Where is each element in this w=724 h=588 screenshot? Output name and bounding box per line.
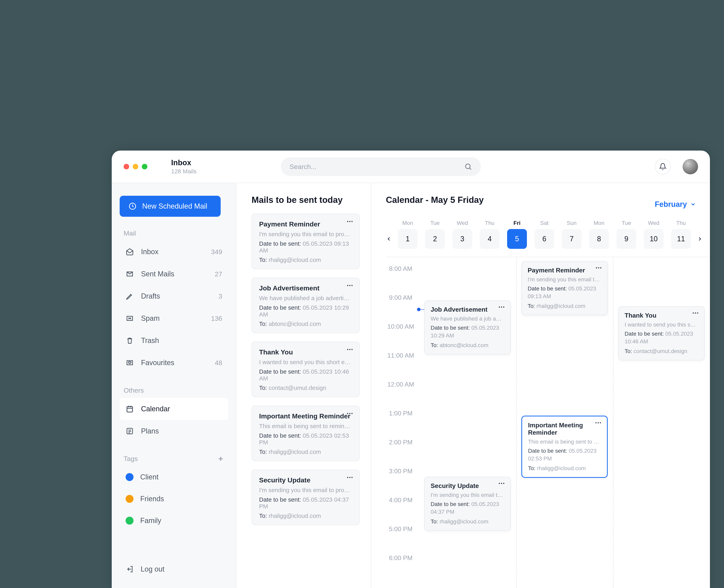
section-mail-label: Mail — [124, 229, 228, 237]
day-number[interactable]: 9 — [616, 229, 636, 249]
timeline: 8:00 AM9:00 AM10:00 AM11:00 AM12:00 AM1:… — [386, 257, 710, 588]
day-number[interactable]: 8 — [589, 229, 609, 249]
sidebar-item-inbox[interactable]: Inbox 349 — [120, 241, 228, 263]
day-of-week: Sat — [540, 220, 549, 226]
event-card-job-ad[interactable]: Job Advertisement We have published a jo… — [424, 300, 511, 354]
new-scheduled-mail-button[interactable]: New Scheduled Mail — [120, 196, 221, 217]
mail-card-title: Thank You — [259, 348, 352, 356]
event-date: Date to be sent: 05.05.2023 09:13 AM — [528, 285, 601, 300]
sidebar-item-plans[interactable]: Plans — [120, 420, 228, 442]
day-of-week: Tue — [430, 220, 440, 226]
more-icon[interactable] — [596, 266, 602, 270]
timeline-lane: Job Advertisement We have published a jo… — [420, 257, 516, 588]
next-week-button[interactable] — [697, 229, 703, 249]
event-body: This email is being sent to rem... — [528, 439, 601, 445]
chevron-down-icon — [690, 201, 696, 207]
sidebar-item-label: Inbox — [141, 248, 158, 256]
sidebar-item-spam[interactable]: Spam 136 — [120, 307, 228, 330]
day-number[interactable]: 2 — [425, 229, 445, 249]
event-to: To: abtonc@icloud.com — [431, 341, 504, 349]
page-title: Inbox — [171, 159, 196, 167]
day-cell[interactable]: Thu11 — [671, 220, 691, 249]
time-label: 4:00 PM — [386, 497, 416, 525]
day-cell[interactable]: Tue9 — [616, 220, 636, 249]
titlebar: Inbox 128 Mails — [112, 151, 710, 183]
day-number[interactable]: 11 — [671, 229, 691, 249]
mail-card[interactable]: Important Meeting ReminderThis email is … — [252, 405, 360, 461]
day-cell[interactable]: Fri5 — [507, 220, 527, 249]
notifications-button[interactable] — [655, 159, 671, 174]
more-icon[interactable] — [499, 305, 506, 309]
more-icon[interactable] — [347, 219, 354, 224]
topbar-right — [655, 159, 698, 174]
maximize-icon[interactable] — [142, 164, 147, 169]
more-icon[interactable] — [347, 412, 354, 416]
close-icon[interactable] — [124, 164, 129, 169]
day-of-week: Thu — [676, 220, 686, 226]
event-card-meeting[interactable]: Important Meeting Reminder This email is… — [521, 416, 608, 478]
more-icon[interactable] — [347, 476, 354, 479]
logout-button[interactable]: Log out — [120, 559, 228, 575]
time-label: 1:00 PM — [386, 410, 416, 439]
tag-label: Family — [140, 517, 161, 525]
page-subtitle: 128 Mails — [171, 168, 196, 175]
day-of-week: Wed — [648, 220, 659, 226]
sidebar-item-drafts[interactable]: Drafts 3 — [120, 285, 228, 307]
day-number[interactable]: 4 — [480, 229, 499, 249]
more-icon[interactable] — [595, 421, 602, 425]
mail-card-title: Job Advertisement — [259, 284, 352, 292]
mail-open-icon — [126, 248, 134, 256]
more-icon[interactable] — [347, 284, 354, 288]
day-cell[interactable]: Mon8 — [589, 220, 609, 249]
day-number[interactable]: 3 — [452, 229, 472, 249]
day-number[interactable]: 10 — [644, 229, 664, 249]
event-card-security[interactable]: Security Update I'm sending you this ema… — [424, 477, 511, 531]
tag-family[interactable]: Family — [120, 510, 228, 531]
search-input[interactable] — [290, 163, 464, 171]
app-window: Inbox 128 Mails New Scheduled Mail Mail … — [112, 151, 710, 588]
plans-icon — [126, 427, 134, 435]
day-cell[interactable]: Sat6 — [534, 220, 554, 249]
mail-card[interactable]: Payment ReminderI'm sending you this ema… — [252, 214, 360, 269]
day-cell[interactable]: Wed3 — [452, 220, 472, 249]
section-tags-label: Tags — [124, 455, 138, 463]
sidebar-item-count: 349 — [211, 248, 222, 256]
tag-client[interactable]: Client — [120, 466, 228, 488]
sidebar-item-label: Plans — [141, 427, 159, 435]
tag-friends[interactable]: Friends — [120, 488, 228, 510]
day-number[interactable]: 6 — [534, 229, 554, 249]
event-to: To: rhaligg@icloud.com — [528, 464, 601, 472]
sidebar-item-calendar[interactable]: Calendar — [120, 398, 228, 420]
event-card-payment[interactable]: Payment Reminder I'm sending you this em… — [521, 261, 608, 315]
more-icon[interactable] — [693, 311, 699, 315]
minimize-icon[interactable] — [133, 164, 138, 169]
day-cell[interactable]: Wed10 — [644, 220, 664, 249]
mail-card[interactable]: Security UpdateI'm sending you this emai… — [252, 469, 360, 525]
more-icon[interactable] — [347, 348, 354, 352]
day-number[interactable]: 7 — [562, 229, 581, 249]
event-title: Security Update — [431, 482, 504, 489]
search-bar[interactable] — [281, 157, 481, 176]
plus-icon[interactable] — [217, 455, 224, 462]
day-number[interactable]: 5 — [507, 229, 527, 249]
time-label: 9:00 AM — [386, 294, 416, 323]
day-cell[interactable]: Sun7 — [562, 220, 581, 249]
event-title: Important Meeting Reminder — [528, 422, 601, 436]
mail-card[interactable]: Thank YouI wanted to send you this short… — [252, 341, 360, 397]
more-icon[interactable] — [499, 481, 506, 485]
day-cell[interactable]: Thu4 — [480, 220, 499, 249]
day-number[interactable]: 1 — [398, 229, 418, 249]
avatar[interactable] — [683, 159, 698, 174]
month-select[interactable]: February — [655, 200, 696, 209]
tag-dot-icon — [126, 517, 133, 525]
sidebar-item-sent[interactable]: Sent Mails 27 — [120, 263, 228, 285]
day-cell[interactable]: Mon1 — [398, 220, 418, 249]
send-icon — [126, 270, 134, 278]
mail-card[interactable]: Job AdvertisementWe have published a job… — [252, 277, 360, 333]
sidebar-item-trash[interactable]: Trash — [120, 330, 228, 352]
prev-week-button[interactable] — [386, 229, 392, 249]
mail-card-title: Payment Reminder — [259, 220, 352, 228]
sidebar-item-favourites[interactable]: Favourites 48 — [120, 352, 228, 374]
event-card-thankyou[interactable]: Thank You I wanted to send you this shor… — [618, 306, 705, 360]
day-cell[interactable]: Tue2 — [425, 220, 445, 249]
